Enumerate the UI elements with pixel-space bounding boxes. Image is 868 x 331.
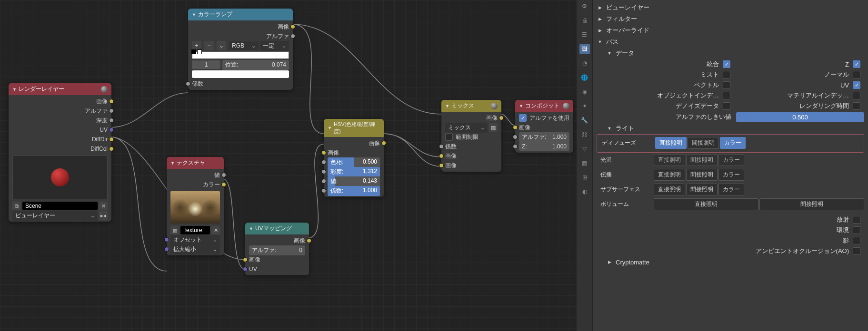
- socket-out[interactable]: [109, 118, 114, 123]
- node-header[interactable]: ▼ UVマッピング: [245, 223, 309, 234]
- clear-icon[interactable]: ✕: [99, 202, 108, 210]
- view-layer-select[interactable]: ビューレイヤー: [12, 211, 98, 221]
- tab-output-icon[interactable]: 🖨: [579, 15, 590, 26]
- tab-viewlayer-icon[interactable]: ☰: [579, 29, 590, 40]
- node-editor-canvas[interactable]: ▼ レンダーレイヤー 画像 アルファ 深度 UV DiffDir DiffCol…: [0, 0, 577, 331]
- socket-in[interactable]: [513, 135, 518, 139]
- alpha-threshold-field[interactable]: 0.500: [736, 112, 864, 122]
- normal-checkbox[interactable]: [853, 71, 860, 78]
- socket-in[interactable]: [243, 267, 248, 272]
- use-alpha-checkbox[interactable]: [519, 114, 527, 122]
- section-light[interactable]: ▼ライト: [597, 123, 864, 134]
- node-header[interactable]: ▼ レンダーレイヤー: [9, 83, 111, 95]
- ramp-stop[interactable]: [197, 49, 202, 54]
- shadow-checkbox[interactable]: [853, 237, 860, 244]
- clear-icon[interactable]: ✕: [211, 226, 220, 234]
- vector-checkbox[interactable]: [723, 81, 730, 89]
- color-ramp-gradient[interactable]: [192, 51, 289, 59]
- tab-particles-icon[interactable]: ✦: [579, 101, 590, 111]
- tab-texture-icon[interactable]: ⊞: [579, 172, 590, 183]
- offset-select[interactable]: オフセット: [170, 235, 220, 245]
- node-color-ramp[interactable]: ▼ カラーランプ 画像 アルファ + − ⌄ RGB 一定 1 位置:0.074…: [188, 9, 293, 90]
- socket-in[interactable]: [164, 237, 169, 242]
- tab-material-icon[interactable]: ▦: [579, 158, 590, 168]
- scale-select[interactable]: 拡大縮小: [170, 244, 220, 254]
- tab-modifier-icon[interactable]: ◉: [579, 87, 590, 97]
- glossy-color-button[interactable]: カラー: [718, 154, 744, 166]
- socket-out[interactable]: [381, 141, 386, 146]
- ramp-stop[interactable]: [191, 49, 196, 54]
- node-render-layers[interactable]: ▼ レンダーレイヤー 画像 アルファ 深度 UV DiffDir DiffCol…: [9, 83, 111, 222]
- socket-out[interactable]: [499, 116, 504, 120]
- scene-field[interactable]: Scene: [22, 202, 98, 210]
- vol-direct-button[interactable]: 直接照明: [654, 198, 758, 210]
- section-passes[interactable]: ▼パス: [597, 36, 864, 48]
- section-view-layer[interactable]: ▶ビューレイヤー: [597, 2, 864, 13]
- section-data[interactable]: ▼データ: [597, 48, 864, 59]
- tab-object-icon[interactable]: 🌐: [579, 72, 590, 83]
- dropdown-button[interactable]: ⌄: [217, 41, 226, 50]
- tab-constraint-icon[interactable]: ⛓: [579, 129, 590, 140]
- socket-out[interactable]: [290, 24, 295, 29]
- node-mix[interactable]: ▼ ミックス 画像 ミックス▧ 範囲制限 係数 画像 画像: [441, 100, 501, 172]
- socket-out[interactable]: [221, 173, 226, 177]
- fac-slider[interactable]: 係数:1.000: [328, 186, 380, 196]
- tab-scene-icon[interactable]: 🖼: [579, 44, 590, 54]
- socket-out[interactable]: [109, 127, 114, 132]
- node-texture[interactable]: ▼ テクスチャ 値 カラー ▨Texture✕ オフセット 拡大縮小: [167, 157, 224, 255]
- denoise-checkbox[interactable]: [723, 102, 730, 110]
- alpha-field[interactable]: アルファ:0: [249, 245, 305, 255]
- add-stop-button[interactable]: +: [192, 41, 201, 50]
- section-filter[interactable]: ▶フィルター: [597, 13, 864, 25]
- sss-indirect-button[interactable]: 間接照明: [686, 184, 718, 195]
- diffuse-direct-button[interactable]: 直接照明: [655, 137, 687, 149]
- socket-in[interactable]: [439, 154, 444, 158]
- socket-out[interactable]: [307, 238, 311, 243]
- clamp-checkbox[interactable]: [445, 133, 453, 141]
- blend-mode-select[interactable]: ミックス: [445, 123, 488, 133]
- tex-browse-icon[interactable]: ▨: [170, 226, 179, 234]
- socket-in[interactable]: [439, 163, 444, 168]
- socket-in[interactable]: [321, 169, 326, 174]
- stop-color[interactable]: [192, 70, 289, 78]
- socket-in[interactable]: [321, 150, 326, 155]
- emission-checkbox[interactable]: [853, 216, 860, 224]
- trans-color-button[interactable]: カラー: [718, 169, 744, 181]
- socket-in[interactable]: [321, 179, 326, 184]
- sss-direct-button[interactable]: 直接照明: [654, 184, 685, 195]
- environment-checkbox[interactable]: [853, 226, 860, 234]
- socket-out[interactable]: [109, 146, 114, 151]
- uv-checkbox[interactable]: [853, 81, 860, 89]
- remove-stop-button[interactable]: −: [204, 41, 214, 50]
- glossy-direct-button[interactable]: 直接照明: [654, 154, 685, 166]
- node-hsv[interactable]: ▼ HSV(色相/彩度/輝度) 画像 画像 色相:0.500 彩度:1.312 …: [324, 119, 384, 197]
- node-header[interactable]: ▼ ミックス: [441, 100, 501, 112]
- mist-checkbox[interactable]: [723, 71, 730, 78]
- socket-in[interactable]: [321, 160, 326, 165]
- socket-out[interactable]: [109, 108, 114, 113]
- mat-index-checkbox[interactable]: [853, 92, 860, 99]
- socket-out[interactable]: [290, 34, 295, 39]
- layer-action-icon[interactable]: ▸◂: [99, 211, 108, 220]
- diffuse-color-button[interactable]: カラー: [720, 137, 746, 149]
- vol-indirect-button[interactable]: 間接照明: [759, 198, 864, 210]
- node-header[interactable]: ▼ コンポジット: [515, 100, 573, 112]
- alpha-field[interactable]: アルファ:1.000: [519, 132, 569, 142]
- render-time-checkbox[interactable]: [853, 102, 860, 110]
- diffuse-indirect-button[interactable]: 間接照明: [688, 137, 719, 149]
- sss-color-button[interactable]: カラー: [718, 184, 744, 195]
- trans-direct-button[interactable]: 直接照明: [654, 169, 685, 181]
- tab-physics-icon[interactable]: 🔧: [579, 115, 590, 126]
- socket-in[interactable]: [321, 188, 326, 193]
- socket-in[interactable]: [243, 257, 248, 262]
- z-checkbox[interactable]: [853, 60, 860, 68]
- socket-in[interactable]: [513, 125, 518, 130]
- tab-render-icon[interactable]: ⚙: [579, 1, 590, 11]
- combined-checkbox[interactable]: [723, 60, 730, 68]
- color-mode-select[interactable]: RGB: [229, 41, 259, 50]
- node-header[interactable]: ▼ カラーランプ: [188, 9, 293, 20]
- texture-name-field[interactable]: Texture: [180, 226, 210, 234]
- socket-out[interactable]: [221, 182, 226, 187]
- tab-data-icon[interactable]: ▽: [579, 144, 590, 154]
- hue-slider[interactable]: 色相:0.500: [328, 157, 380, 167]
